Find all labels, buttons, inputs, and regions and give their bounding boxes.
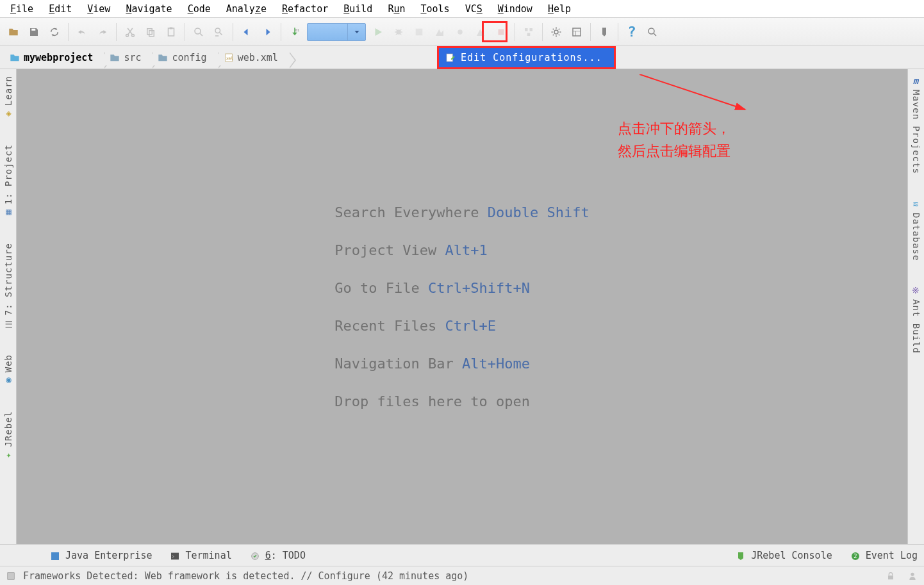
svg-text:2: 2 <box>854 553 857 559</box>
tab-maven[interactable]: m Maven Projects <box>910 69 923 181</box>
find-icon[interactable] <box>189 22 208 42</box>
nav-bar: mywebproject src config xml web.xml Edit… <box>0 46 924 69</box>
svg-text:xml: xml <box>226 55 233 60</box>
menu-navigate[interactable]: Navigate <box>118 1 179 17</box>
redo-icon[interactable] <box>93 22 112 42</box>
forward-icon[interactable] <box>258 22 277 42</box>
debug2-icon[interactable] <box>450 22 470 42</box>
toolbar-separator <box>618 23 618 41</box>
menu-bar: File Edit View Navigate Code Analyze Ref… <box>0 0 924 18</box>
tab-project[interactable]: ▦ 1: Project <box>2 138 15 225</box>
terminal-icon <box>170 551 179 560</box>
run-icon[interactable] <box>368 22 388 42</box>
menu-vcs[interactable]: VCS <box>458 1 490 17</box>
tab-label: JRebel Console <box>751 550 832 561</box>
svg-rect-22 <box>447 54 452 62</box>
edit-configurations-label: Edit Configurations... <box>461 52 602 63</box>
menu-build[interactable]: Build <box>336 1 380 17</box>
back-icon[interactable] <box>237 22 256 42</box>
stop-icon[interactable] <box>491 22 511 42</box>
menu-help[interactable]: Help <box>540 1 579 17</box>
toolbar-separator <box>281 23 281 41</box>
tab-label: 7: Structure <box>3 243 13 315</box>
toolbar-separator <box>590 23 591 41</box>
hint-row: Project View Alt+1 <box>334 242 589 258</box>
coverage-icon[interactable] <box>409 22 429 42</box>
bottom-toolbar: Java Enterprise Terminal 6: TODO JRebel … <box>0 544 924 566</box>
make-icon[interactable]: 01 <box>285 22 304 42</box>
tab-event-log[interactable]: 2 Event Log <box>850 550 918 561</box>
structure-icon[interactable] <box>519 22 538 42</box>
menu-file[interactable]: File <box>3 1 41 17</box>
menu-tools[interactable]: Tools <box>413 1 457 17</box>
chevron-down-icon[interactable] <box>347 24 365 40</box>
save-icon[interactable] <box>24 22 44 42</box>
toolbar-separator <box>116 23 117 41</box>
hector-icon[interactable] <box>907 571 918 581</box>
editor-hints: Search Everywhere Double Shift Project V… <box>334 204 589 409</box>
tab-todo[interactable]: 6: TODO <box>250 550 306 561</box>
status-box-icon[interactable] <box>6 572 15 581</box>
svg-rect-29 <box>8 572 15 579</box>
breadcrumb-config[interactable]: config <box>153 50 219 65</box>
menu-view[interactable]: View <box>79 1 118 17</box>
tab-label: Web <box>3 354 13 372</box>
project-structure-icon[interactable] <box>567 22 586 42</box>
replace-icon[interactable] <box>210 22 229 42</box>
search-icon[interactable] <box>643 22 662 42</box>
jrebel-icon[interactable] <box>595 22 614 42</box>
menu-edit[interactable]: Edit <box>41 1 79 17</box>
tab-label: 6: TODO <box>265 550 306 561</box>
cut-icon[interactable] <box>120 22 140 42</box>
svg-point-2 <box>132 34 135 37</box>
help-icon[interactable]: ? <box>622 22 641 42</box>
breadcrumb-file[interactable]: xml web.xml <box>219 50 290 65</box>
todo-icon <box>250 551 259 560</box>
menu-run[interactable]: Run <box>380 1 413 17</box>
tab-label: Terminal <box>185 550 231 561</box>
debug-icon[interactable] <box>389 22 408 42</box>
editor-empty-panel: 点击冲下的箭头， 然后点击编辑配置 Search Everywhere Doub… <box>17 69 907 544</box>
profile-icon[interactable] <box>430 22 449 42</box>
copy-icon[interactable] <box>141 22 160 42</box>
web-icon: ◉ <box>5 376 11 386</box>
tab-database[interactable]: ≋ Database <box>910 192 923 267</box>
tab-jrebel-console[interactable]: JRebel Console <box>736 550 832 561</box>
open-icon[interactable] <box>4 22 23 42</box>
tab-label: Ant Build <box>911 299 921 354</box>
lock-icon[interactable] <box>886 571 896 581</box>
breadcrumb-src[interactable]: src <box>105 50 153 65</box>
toolbar: 01 ? <box>0 18 924 46</box>
svg-point-7 <box>195 28 201 34</box>
settings-icon[interactable] <box>547 22 566 42</box>
tab-jrebel[interactable]: ✦ JRebel <box>2 404 15 468</box>
tab-learn[interactable]: ◈ Learn <box>2 69 15 126</box>
paste-icon[interactable] <box>161 22 181 42</box>
menu-window[interactable]: Window <box>490 1 540 17</box>
tab-terminal[interactable]: Terminal <box>170 550 231 561</box>
breadcrumb-project[interactable]: mywebproject <box>5 50 105 65</box>
menu-analyze[interactable]: Analyze <box>219 1 274 17</box>
tab-structure[interactable]: ☰ 7: Structure <box>2 236 15 336</box>
svg-rect-24 <box>51 552 59 560</box>
run2-icon[interactable] <box>471 22 490 42</box>
svg-rect-16 <box>527 33 531 36</box>
sync-icon[interactable] <box>45 22 64 42</box>
status-message: Frameworks Detected: Web framework is de… <box>23 570 468 582</box>
tab-web[interactable]: ◉ Web <box>2 348 15 393</box>
menu-refactor[interactable]: Refactor <box>274 1 336 17</box>
toolbar-separator <box>233 23 233 41</box>
database-icon: ≋ <box>913 199 919 209</box>
learn-icon: ◈ <box>5 110 11 120</box>
run-configuration-dropdown[interactable] <box>307 23 366 41</box>
edit-configurations-menu-item[interactable]: Edit Configurations... <box>437 46 616 69</box>
structure-icon: ☰ <box>4 320 13 330</box>
tab-ant[interactable]: ※ Ant Build <box>910 279 923 360</box>
svg-rect-6 <box>170 27 173 29</box>
undo-icon[interactable] <box>72 22 92 42</box>
hint-row: Drop files here to open <box>334 393 589 409</box>
right-tool-gutter: m Maven Projects ≋ Database ※ Ant Build <box>907 69 924 544</box>
menu-code[interactable]: Code <box>180 1 219 17</box>
tab-java-enterprise[interactable]: Java Enterprise <box>50 550 152 561</box>
svg-rect-11 <box>416 28 423 35</box>
